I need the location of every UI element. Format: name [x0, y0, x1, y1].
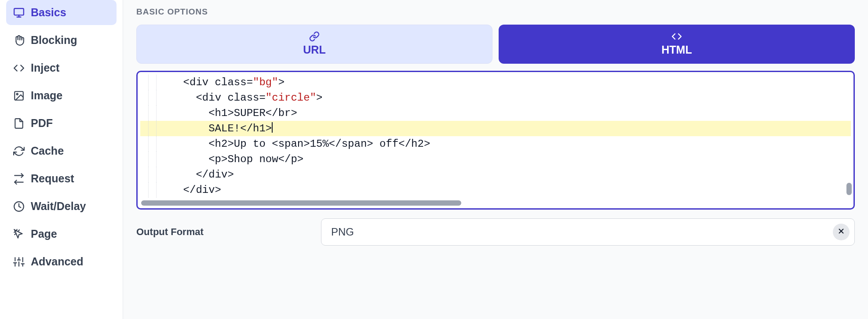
horizontal-scrollbar-thumb[interactable]: [141, 200, 461, 206]
sidebar-item-label: PDF: [31, 117, 53, 130]
close-icon: [837, 227, 845, 237]
output-format-label: Output Format: [136, 226, 312, 238]
hand-icon: [13, 35, 25, 46]
output-format-select[interactable]: PNG: [321, 218, 855, 246]
sidebar-item-label: Basics: [31, 6, 66, 19]
tab-url[interactable]: URL: [136, 25, 492, 64]
clear-button[interactable]: [833, 224, 850, 240]
refresh-icon: [13, 145, 25, 157]
html-editor[interactable]: <div class="bg"> <div class="circle"> <h…: [136, 71, 855, 210]
sidebar-item-blocking[interactable]: Blocking: [6, 28, 117, 53]
sidebar-item-inject[interactable]: Inject: [6, 55, 117, 80]
monitor-icon: [13, 7, 25, 18]
sidebar-item-label: Blocking: [31, 34, 77, 47]
cursor-icon: [13, 228, 25, 240]
main-panel: BASIC OPTIONS URL HTML <div class="bg"> …: [123, 0, 868, 319]
sidebar-item-label: Image: [31, 89, 62, 102]
clock-icon: [13, 201, 25, 212]
tab-html[interactable]: HTML: [499, 25, 855, 64]
sidebar: Basics Blocking Inject Image PDF Cache: [0, 0, 123, 319]
sidebar-item-label: Request: [31, 172, 74, 185]
code-icon: [671, 31, 682, 42]
sidebar-item-cache[interactable]: Cache: [6, 138, 117, 163]
sidebar-item-label: Advanced: [31, 255, 83, 268]
link-icon: [309, 31, 320, 42]
output-format-select-wrap: PNG: [321, 218, 855, 246]
swap-icon: [13, 173, 25, 185]
sidebar-item-label: Page: [31, 228, 57, 240]
section-header: BASIC OPTIONS: [123, 0, 868, 25]
svg-point-4: [17, 93, 18, 94]
file-icon: [13, 118, 25, 129]
sidebar-item-page[interactable]: Page: [6, 221, 117, 246]
horizontal-scrollbar[interactable]: [140, 200, 851, 206]
code-content[interactable]: <div class="bg"> <div class="circle"> <h…: [140, 75, 851, 199]
sidebar-item-request[interactable]: Request: [6, 166, 117, 191]
sidebar-item-label: Wait/Delay: [31, 200, 86, 213]
input-mode-tabs: URL HTML: [123, 25, 868, 71]
image-icon: [13, 90, 25, 102]
tab-label: HTML: [661, 44, 692, 56]
code-icon: [13, 62, 25, 74]
sidebar-item-pdf[interactable]: PDF: [6, 111, 117, 136]
tab-label: URL: [303, 44, 325, 56]
sidebar-item-wait-delay[interactable]: Wait/Delay: [6, 194, 117, 219]
sliders-icon: [13, 256, 25, 268]
output-format-row: Output Format PNG: [123, 210, 868, 246]
sidebar-item-basics[interactable]: Basics: [6, 0, 117, 25]
sidebar-item-image[interactable]: Image: [6, 83, 117, 108]
sidebar-item-advanced[interactable]: Advanced: [6, 249, 117, 274]
sidebar-item-label: Cache: [31, 145, 64, 157]
sidebar-item-label: Inject: [31, 62, 59, 74]
vertical-scrollbar-thumb[interactable]: [846, 183, 852, 195]
svg-rect-0: [14, 8, 24, 15]
